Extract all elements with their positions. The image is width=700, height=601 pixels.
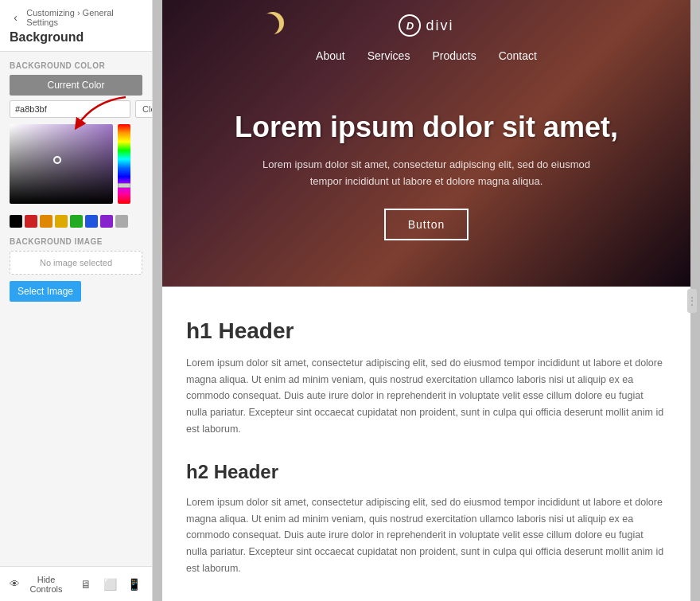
breadcrumb: Customizing › General Settings [26, 8, 142, 27]
color-picker-row [10, 124, 142, 209]
mobile-icon[interactable]: 📱 [125, 576, 142, 593]
desktop-icon[interactable]: 🖥 [77, 576, 95, 593]
bg-image-label: BACKGROUND IMAGE [10, 237, 142, 246]
color-picker-handle[interactable] [53, 156, 61, 164]
panel-body: BACKGROUND COLOR Current Color Clear [0, 52, 152, 566]
swatch-blue[interactable] [85, 215, 98, 228]
hero-subtitle: Lorem ipsum dolor sit amet, consectetur … [259, 157, 593, 190]
left-panel: ‹ Customizing › General Settings Backgro… [0, 0, 153, 601]
panel-footer: 👁 Hide Controls 🖥 ⬜ 📱 [0, 566, 152, 601]
clear-button[interactable]: Clear [135, 100, 152, 118]
back-button[interactable]: ‹ Customizing › General Settings [10, 8, 142, 27]
hue-thumb [118, 183, 130, 188]
nav-products[interactable]: Products [432, 49, 476, 62]
panel-title: Background [10, 30, 142, 45]
current-color-button[interactable]: Current Color [10, 75, 142, 96]
swatch-gray[interactable] [115, 215, 128, 228]
h2-body-text: Lorem ipsum dolor sit amet, consectetur … [186, 494, 667, 576]
right-preview: D divi About Services Products Contact L… [153, 0, 700, 601]
divi-d-letter: D [406, 20, 414, 32]
hide-controls-button[interactable]: 👁 Hide Controls [10, 575, 68, 594]
hex-color-input[interactable] [10, 100, 130, 118]
tablet-icon[interactable]: ⬜ [101, 576, 119, 593]
divi-logo-text: divi [426, 18, 453, 34]
hide-controls-label: Hide Controls [25, 575, 68, 594]
swatch-black[interactable] [10, 215, 22, 228]
color-picker-area[interactable] [10, 124, 113, 204]
swatch-orange[interactable] [40, 215, 52, 228]
back-arrow-icon: ‹ [10, 11, 21, 24]
eye-icon: 👁 [10, 578, 20, 590]
hue-slider[interactable] [118, 124, 130, 204]
swatch-red[interactable] [25, 215, 37, 228]
swatch-purple[interactable] [100, 215, 113, 228]
h1-header: h1 Header [186, 318, 667, 344]
bg-color-label: BACKGROUND COLOR [10, 61, 142, 70]
select-image-button[interactable]: Select Image [10, 281, 81, 302]
panel-header: ‹ Customizing › General Settings Backgro… [0, 0, 152, 52]
hero-section: D divi About Services Products Contact L… [162, 0, 690, 287]
nav-links: About Services Products Contact [316, 49, 537, 62]
hero-button[interactable]: Button [384, 209, 469, 240]
swatch-green[interactable] [70, 215, 83, 228]
nav-contact[interactable]: Contact [499, 49, 537, 62]
nav-about[interactable]: About [316, 49, 345, 62]
nav-bar: D divi About Services Products Contact [162, 0, 690, 72]
preview-container: D divi About Services Products Contact L… [162, 0, 690, 601]
content-section: h1 Header Lorem ipsum dolor sit amet, co… [162, 287, 690, 601]
hero-title: Lorem ipsum dolor sit amet, [235, 110, 618, 144]
resize-handle[interactable] [687, 289, 697, 313]
swatch-row [10, 215, 142, 228]
swatch-yellow[interactable] [55, 215, 68, 228]
divi-logo: D divi [399, 14, 453, 37]
nav-services[interactable]: Services [368, 49, 410, 62]
hero-content: Lorem ipsum dolor sit amet, Lorem ipsum … [203, 72, 650, 287]
h2-header: h2 Header [186, 461, 667, 483]
no-image-box: No image selected [10, 251, 142, 275]
footer-icons: 🖥 ⬜ 📱 [77, 576, 142, 593]
divi-logo-icon: D [399, 14, 421, 37]
color-input-row: Clear [10, 100, 142, 118]
h1-body-text: Lorem ipsum dolor sit amet, consectetur … [186, 355, 667, 437]
